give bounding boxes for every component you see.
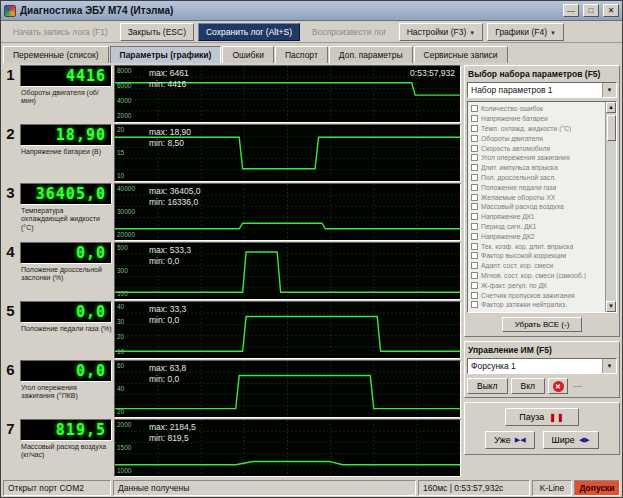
- checkbox-icon[interactable]: [471, 174, 478, 181]
- minimize-button[interactable]: —: [563, 4, 579, 17]
- graph-timestamp: 0:53:57,932: [410, 68, 455, 78]
- param-checkbox-item[interactable]: Напряжение ДК1: [471, 212, 603, 222]
- narrow-timescale-button[interactable]: Уже ▶◀: [485, 431, 534, 449]
- app-window: Диагностика ЭБУ М74 (Итэлма) — □ ✕ Начат…: [0, 0, 623, 498]
- checkbox-icon[interactable]: [471, 184, 478, 191]
- checkbox-icon[interactable]: [471, 125, 478, 132]
- param-checkbox-item[interactable]: Ж-факт. регул. по ДК: [471, 280, 603, 290]
- checkbox-icon[interactable]: [471, 164, 478, 171]
- channel-number: 1: [3, 65, 18, 123]
- param-checkbox-item[interactable]: Фактор затяжки нейтрализ.: [471, 300, 603, 310]
- checkbox-icon[interactable]: [471, 194, 478, 201]
- param-checkbox-item[interactable]: Тек. коэф. кор. длит. впрыска: [471, 241, 603, 251]
- checkbox-icon[interactable]: [471, 301, 478, 308]
- actuator-stop-button[interactable]: ✕: [548, 378, 568, 394]
- checkbox-icon[interactable]: [471, 233, 478, 240]
- tab-service-records[interactable]: Сервисные записи: [414, 46, 508, 63]
- led-value-display: 0,0: [20, 301, 112, 323]
- checkbox-icon[interactable]: [471, 282, 478, 289]
- checkbox-icon[interactable]: [471, 145, 478, 152]
- checkbox-icon[interactable]: [471, 223, 478, 230]
- channel-label: Обороты двигателя (об/мин): [20, 89, 112, 106]
- chevron-down-icon[interactable]: ▼: [602, 359, 616, 373]
- pause-button[interactable]: Пауза ❚❚: [505, 408, 579, 426]
- actuator-control-group: Управление ИМ (F5) Форсунка 1 ▼ Выкл Вкл…: [464, 341, 620, 398]
- clear-all-button[interactable]: Убрать ВСЕ (-): [502, 317, 583, 332]
- param-checkbox-item[interactable]: Длит. импульса впрыска: [471, 163, 603, 173]
- y-axis-ticks: 604020: [117, 363, 124, 415]
- status-kline: K-Line: [532, 480, 572, 496]
- param-checkbox-item[interactable]: Темп. охлажд. жидкости (°С): [471, 124, 603, 134]
- graph-throttle[interactable]: max: 533,3 min: 0,0 500300100: [114, 242, 461, 300]
- param-checkbox-item[interactable]: Количество ошибок: [471, 104, 603, 114]
- tab-errors[interactable]: Ошибки: [222, 46, 274, 63]
- checkbox-icon[interactable]: [471, 105, 478, 112]
- actuator-buttons-row: Выкл Вкл ✕ —: [467, 378, 617, 395]
- window-title: Диагностика ЭБУ М74 (Итэлма): [20, 5, 559, 16]
- actuator-combobox[interactable]: Форсунка 1 ▼: [467, 358, 617, 374]
- tab-additional-params[interactable]: Доп. параметры: [329, 46, 413, 63]
- chevron-down-icon[interactable]: ▼: [602, 83, 616, 97]
- graph-pedal[interactable]: max: 33,3 min: 0,0 40302010: [114, 301, 461, 359]
- tab-variables-list[interactable]: Переменные (список): [3, 46, 109, 63]
- y-axis-ticks: 8000600040002000: [117, 68, 131, 120]
- actuator-off-button[interactable]: Выкл: [467, 378, 508, 394]
- checkbox-icon[interactable]: [471, 262, 478, 269]
- checkbox-icon[interactable]: [471, 213, 478, 220]
- param-checkbox-item[interactable]: Положение педали газа: [471, 182, 603, 192]
- param-checkbox-item[interactable]: Желаемые обороты ХХ: [471, 192, 603, 202]
- title-bar: Диагностика ЭБУ М74 (Итэлма) — □ ✕: [1, 1, 622, 21]
- cancel-icon: ✕: [553, 381, 564, 392]
- param-checkbox-item[interactable]: Мгнов. сост. кор. смеси (самооб.): [471, 271, 603, 281]
- checkbox-icon[interactable]: [471, 272, 478, 279]
- param-checkbox-item[interactable]: Угол опережения зажигания: [471, 153, 603, 163]
- graph-coolant-temp[interactable]: max: 36405,0 min: 16336,0 40000300002000…: [114, 183, 461, 241]
- checkbox-icon[interactable]: [471, 292, 478, 299]
- checkbox-icon[interactable]: [471, 243, 478, 250]
- save-log-button[interactable]: Сохранить лог (Alt+S): [198, 23, 300, 41]
- checkbox-icon[interactable]: [471, 154, 478, 161]
- param-checkbox-item[interactable]: Пол. дроссельной засл.: [471, 173, 603, 183]
- graph-rpm[interactable]: max: 6461 min: 4416 0:53:57,932 80006000…: [114, 65, 461, 123]
- checkbox-icon[interactable]: [471, 135, 478, 142]
- tab-parameters-graphs[interactable]: Параметры (графики): [110, 46, 222, 63]
- graphs-menu-button[interactable]: Графики (F4)▼: [487, 23, 564, 41]
- param-item-label: Угол опережения зажигания: [481, 154, 570, 161]
- checkbox-icon[interactable]: [471, 115, 478, 122]
- actuator-on-button[interactable]: Вкл: [511, 378, 545, 394]
- param-checkbox-item[interactable]: Адапт. сост. кор. смеси: [471, 261, 603, 271]
- maximize-button[interactable]: □: [583, 4, 599, 17]
- axis-tick-label: 20: [117, 409, 124, 416]
- actuator-group-title: Управление ИМ (F5): [468, 345, 616, 355]
- param-checkbox-item[interactable]: Напряжение батареи: [471, 114, 603, 124]
- scroll-down-icon[interactable]: ▼: [606, 301, 616, 312]
- scrollbar[interactable]: ▲ ▼: [605, 102, 616, 312]
- scrollbar-thumb[interactable]: [607, 115, 616, 141]
- param-checkbox-item[interactable]: Скорость автомобиля: [471, 143, 603, 153]
- param-checkbox-item[interactable]: Обороты двигателя: [471, 133, 603, 143]
- close-session-button[interactable]: Закрыть (ESC): [120, 23, 194, 41]
- param-set-combobox[interactable]: Набор параметров 1 ▼: [467, 82, 617, 98]
- param-checkbox-item[interactable]: Счетчик пропусков зажигания: [471, 290, 603, 300]
- param-checkbox-item[interactable]: Напряжение ДК2: [471, 231, 603, 241]
- graph-max-label: max: 18,90: [149, 127, 191, 138]
- param-checkbox-item[interactable]: Фактор высокой коррекции: [471, 251, 603, 261]
- param-checkbox-item[interactable]: Период сигн. ДК1: [471, 222, 603, 232]
- checkbox-icon[interactable]: [471, 203, 478, 210]
- close-button[interactable]: ✕: [603, 4, 619, 17]
- param-set-combo-value: Набор параметров 1: [468, 83, 602, 97]
- tab-passport[interactable]: Паспорт: [275, 46, 328, 63]
- scroll-up-icon[interactable]: ▲: [606, 102, 616, 113]
- graph-maf[interactable]: max: 2184,5 min: 819,5 200015001000: [114, 419, 461, 477]
- graph-min-label: min: 4416: [149, 79, 189, 90]
- checkbox-icon[interactable]: [471, 252, 478, 259]
- graph-ignition-angle[interactable]: max: 63,8 min: 0,0 604020: [114, 360, 461, 418]
- settings-menu-button[interactable]: Настройки (F3)▼: [399, 23, 484, 41]
- widen-timescale-button[interactable]: Шире ◀▶: [543, 431, 599, 449]
- status-tolerance-badge[interactable]: Допуски: [574, 480, 620, 496]
- led-value-display: 0,0: [20, 360, 112, 382]
- param-checkbox-item[interactable]: Массовый расход воздуха: [471, 202, 603, 212]
- graph-maxmin: max: 533,3 min: 0,0: [149, 245, 191, 267]
- channel-label: Напряжение батареи (В): [20, 148, 112, 156]
- graph-battery[interactable]: max: 18,90 min: 8,50 201510: [114, 124, 461, 182]
